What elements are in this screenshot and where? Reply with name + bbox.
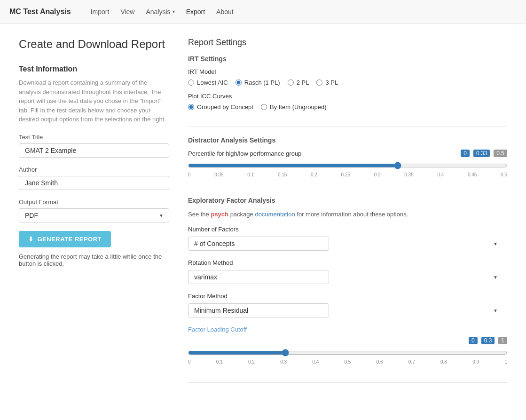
loading-current-badge: 0.3: [481, 337, 495, 344]
output-format-label: Output Format: [19, 198, 169, 206]
factor-method-select-wrapper: Minimum Residual Maximum LikelihoodPrinc…: [188, 303, 507, 317]
nav-about[interactable]: About: [211, 0, 239, 24]
test-title-group: Test Title: [19, 134, 169, 158]
page-title: Create and Download Report: [19, 38, 169, 51]
irt-lowest-aic-label: Lowest AIC: [197, 79, 228, 86]
plot-icc-radio-group: Grouped by Concept By Item (Ungrouped): [188, 103, 507, 111]
distractor-left-badge: 0: [461, 150, 470, 157]
loading-right-badge: 1: [498, 337, 507, 344]
loading-left-badge: 0: [469, 337, 478, 344]
distractor-section: Distractor Analysis Settings Percentile …: [188, 136, 507, 187]
author-group: Author: [19, 166, 169, 190]
efa-section: Exploratory Factor Analysis See the psyc…: [188, 197, 507, 383]
rotation-method-group: Rotation Method varimax obliminpromaxnon…: [188, 259, 507, 284]
nav-export[interactable]: Export: [181, 0, 211, 24]
author-input[interactable]: [19, 176, 169, 190]
generate-note: Generating the report may take a little …: [19, 253, 169, 267]
distractor-right-badge: 0.5: [494, 150, 507, 157]
author-label: Author: [19, 166, 169, 173]
distractor-slider-label-row: Percentile for high/low performance grou…: [188, 150, 507, 157]
loading-cutoff-slider[interactable]: [188, 349, 507, 357]
factor-method-group: Factor Method Minimum Residual Maximum L…: [188, 293, 507, 317]
plot-grouped[interactable]: Grouped by Concept: [188, 103, 253, 111]
report-settings-title: Report Settings: [188, 38, 507, 48]
documentation-link[interactable]: documentation: [255, 211, 295, 218]
output-format-group: Output Format PDF HTML Word: [19, 198, 169, 222]
irt-model-3pl[interactable]: 3 PL: [316, 79, 338, 86]
psych-link[interactable]: psych: [211, 211, 228, 218]
generate-report-button[interactable]: ⬇ GENERATE REPORT: [19, 231, 111, 247]
factor-method-select[interactable]: Minimum Residual Maximum LikelihoodPrinc…: [188, 303, 329, 317]
nav-analysis[interactable]: Analysis ▾: [140, 0, 180, 24]
factor-method-label: Factor Method: [188, 293, 507, 300]
app-brand: MC Test Analysis: [9, 8, 71, 16]
rotation-select[interactable]: varimax obliminpromaxnone: [188, 270, 329, 284]
test-title-label: Test Title: [19, 134, 169, 141]
irt-model-radio-group: Lowest AIC Rasch (1 PL) 2 PL 3 PL: [188, 79, 507, 86]
left-panel: Create and Download Report Test Informat…: [19, 38, 169, 392]
plot-grouped-label: Grouped by Concept: [197, 103, 253, 111]
plot-icc-label: Plot ICC Curves: [188, 93, 507, 100]
irt-section-title: IRT Settings: [188, 55, 507, 63]
irt-model-label: IRT Model: [188, 68, 507, 75]
description-text: Download a report containing a summary o…: [19, 78, 169, 124]
right-panel: Report Settings IRT Settings IRT Model L…: [188, 38, 507, 392]
distractor-slider[interactable]: [188, 162, 507, 169]
loading-cutoff-label: Factor Loading Cutoff: [188, 326, 507, 333]
loading-tick-labels: 00.10.20.30.4 0.50.60.70.80.91: [188, 359, 507, 365]
plot-ungrouped[interactable]: By Item (Ungrouped): [261, 103, 327, 111]
efa-section-title: Exploratory Factor Analysis: [188, 197, 507, 204]
loading-slider-label-row: 0 0.3 1: [188, 337, 507, 344]
output-format-select[interactable]: PDF HTML Word: [19, 208, 169, 222]
irt-rasch-label: Rasch (1 PL): [244, 79, 280, 86]
distractor-tick-labels: 00.050.10.150.2 0.250.30.350.40.450.5: [188, 172, 507, 177]
num-factors-select[interactable]: # of Concepts 12345: [188, 237, 329, 251]
navbar: MC Test Analysis Import View Analysis ▾ …: [0, 0, 526, 24]
num-factors-select-wrapper: # of Concepts 12345: [188, 237, 507, 251]
main-content: Create and Download Report Test Informat…: [0, 24, 526, 406]
rotation-select-wrapper: varimax obliminpromaxnone: [188, 270, 507, 284]
rotation-method-label: Rotation Method: [188, 259, 507, 266]
num-factors-label: Number of Factors: [188, 226, 507, 233]
irt-settings-section: IRT Settings IRT Model Lowest AIC Rasch …: [188, 55, 507, 127]
distractor-percentile-label: Percentile for high/low performance grou…: [188, 150, 301, 157]
distractor-slider-values: 0 0.33 0.5: [461, 150, 507, 157]
num-factors-group: Number of Factors # of Concepts 12345: [188, 226, 507, 251]
irt-3pl-label: 3 PL: [325, 79, 338, 86]
distractor-section-title: Distractor Analysis Settings: [188, 136, 507, 144]
test-info-heading: Test Information: [19, 65, 169, 73]
irt-model-lowest-aic[interactable]: Lowest AIC: [188, 79, 228, 86]
nav-list: Import View Analysis ▾ Export About: [85, 0, 239, 24]
loading-slider-values: 0 0.3 1: [469, 337, 507, 344]
irt-model-rasch[interactable]: Rasch (1 PL): [236, 79, 280, 86]
analysis-dropdown-arrow: ▾: [173, 9, 175, 14]
efa-description: See the psych package documentation for …: [188, 210, 507, 219]
irt-2pl-label: 2 PL: [297, 79, 309, 86]
distractor-current-badge: 0.33: [473, 150, 490, 157]
test-title-input[interactable]: [19, 143, 169, 158]
plot-ungrouped-label: By Item (Ungrouped): [270, 103, 327, 111]
output-format-select-wrapper: PDF HTML Word: [19, 208, 169, 222]
irt-model-2pl[interactable]: 2 PL: [288, 79, 309, 86]
download-icon: ⬇: [28, 236, 34, 243]
nav-import[interactable]: Import: [85, 0, 115, 24]
nav-view[interactable]: View: [115, 0, 140, 24]
loading-cutoff-group: Factor Loading Cutoff 0 0.3 1 00.10.20.3…: [188, 326, 507, 365]
